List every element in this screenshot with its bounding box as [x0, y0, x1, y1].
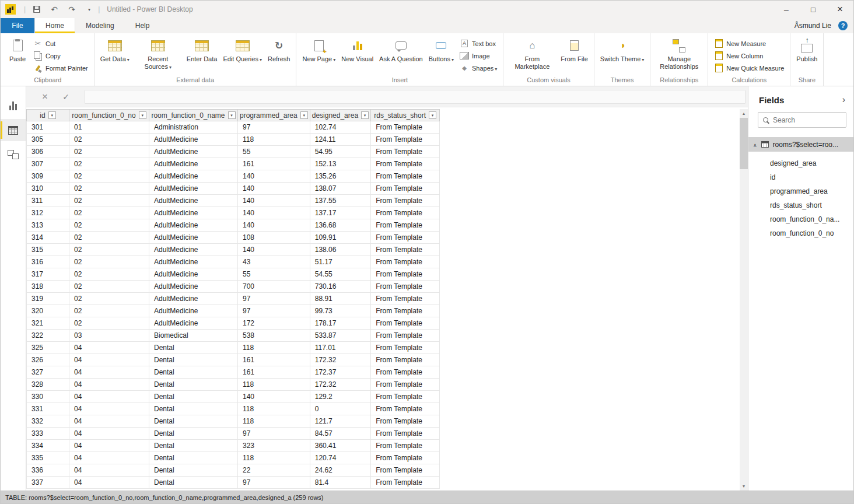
table-cell[interactable]: 118: [238, 415, 310, 428]
formula-cancel-icon[interactable]: [39, 91, 51, 103]
table-cell[interactable]: 172.32: [310, 379, 370, 391]
column-header-designed_area[interactable]: designed_area: [310, 110, 370, 121]
filter-dropdown-icon[interactable]: [139, 111, 146, 119]
table-cell[interactable]: From Template: [371, 183, 440, 195]
table-cell[interactable]: 135.26: [310, 170, 370, 183]
table-cell[interactable]: 337: [27, 477, 69, 489]
from-file-button[interactable]: From File: [558, 35, 590, 64]
new-quick-measure-button[interactable]: New Quick Measure: [711, 62, 787, 74]
table-cell[interactable]: 140: [238, 195, 310, 207]
table-cell[interactable]: From Template: [371, 121, 440, 134]
table-cell[interactable]: 333: [27, 428, 69, 440]
table-cell[interactable]: 124.11: [310, 134, 370, 146]
table-cell[interactable]: 140: [238, 207, 310, 219]
column-header-programmed_area[interactable]: programmed_area: [238, 110, 310, 121]
table-cell[interactable]: 04: [69, 428, 149, 440]
table-cell[interactable]: 314: [27, 232, 69, 244]
table-cell[interactable]: 305: [27, 134, 69, 146]
table-cell[interactable]: From Template: [371, 170, 440, 183]
table-cell[interactable]: 0: [310, 403, 370, 415]
table-cell[interactable]: 02: [69, 268, 149, 281]
table-cell[interactable]: 118: [238, 403, 310, 415]
column-header-room_function_0_name[interactable]: room_function_0_name: [149, 110, 238, 121]
tab-home[interactable]: Home: [34, 18, 75, 33]
table-cell[interactable]: 02: [69, 305, 149, 317]
minimize-button[interactable]: [773, 1, 800, 18]
table-cell[interactable]: 102.74: [310, 121, 370, 134]
table-cell[interactable]: AdultMedicine: [149, 244, 238, 256]
table-cell[interactable]: From Template: [371, 134, 440, 146]
formula-input[interactable]: [85, 90, 746, 104]
table-cell[interactable]: 129.2: [310, 391, 370, 403]
table-cell[interactable]: From Template: [371, 379, 440, 391]
table-cell[interactable]: AdultMedicine: [149, 305, 238, 317]
enter-data-button[interactable]: Enter Data: [184, 35, 220, 64]
table-cell[interactable]: 02: [69, 183, 149, 195]
table-cell[interactable]: 336: [27, 464, 69, 477]
table-cell[interactable]: 117.01: [310, 342, 370, 354]
field-item-programmed_area[interactable]: programmed_area: [748, 184, 853, 198]
table-cell[interactable]: 108: [238, 232, 310, 244]
table-cell[interactable]: Dental: [149, 366, 238, 379]
filter-dropdown-icon[interactable]: [361, 111, 369, 119]
table-cell[interactable]: 301: [27, 121, 69, 134]
table-cell[interactable]: From Template: [371, 440, 440, 452]
new-visual-button[interactable]: New Visual: [338, 35, 376, 64]
filter-dropdown-icon[interactable]: [429, 111, 436, 119]
table-cell[interactable]: Dental: [149, 428, 238, 440]
table-cell[interactable]: 02: [69, 207, 149, 219]
data-view-button[interactable]: [1, 119, 26, 141]
table-cell[interactable]: From Template: [371, 452, 440, 464]
table-cell[interactable]: From Template: [371, 293, 440, 305]
close-button[interactable]: [827, 1, 853, 18]
table-cell[interactable]: 161: [238, 354, 310, 366]
field-item-room_function_0_na[interactable]: room_function_0_na...: [748, 212, 853, 226]
scroll-up-icon[interactable]: [740, 109, 748, 118]
new-column-button[interactable]: New Column: [711, 50, 787, 62]
save-button[interactable]: [32, 4, 42, 15]
report-view-button[interactable]: [1, 94, 26, 117]
table-cell[interactable]: 118: [238, 379, 310, 391]
table-cell[interactable]: 138.07: [310, 183, 370, 195]
table-cell[interactable]: 730.16: [310, 281, 370, 293]
table-cell[interactable]: From Template: [371, 391, 440, 403]
table-cell[interactable]: 118: [238, 342, 310, 354]
table-cell[interactable]: AdultMedicine: [149, 232, 238, 244]
table-cell[interactable]: AdultMedicine: [149, 158, 238, 170]
table-cell[interactable]: 04: [69, 354, 149, 366]
table-cell[interactable]: 320: [27, 305, 69, 317]
tab-modeling[interactable]: Modeling: [75, 18, 125, 33]
table-cell[interactable]: 309: [27, 170, 69, 183]
table-cell[interactable]: From Template: [371, 477, 440, 489]
table-cell[interactable]: From Template: [371, 268, 440, 281]
new-page-button[interactable]: New Page: [299, 35, 338, 65]
format-painter-button[interactable]: Format Painter: [30, 62, 91, 74]
help-icon[interactable]: ?: [838, 21, 848, 30]
table-cell[interactable]: AdultMedicine: [149, 207, 238, 219]
table-cell[interactable]: 02: [69, 317, 149, 330]
copy-button[interactable]: Copy: [30, 50, 91, 62]
table-cell[interactable]: 02: [69, 146, 149, 158]
table-cell[interactable]: AdultMedicine: [149, 268, 238, 281]
table-cell[interactable]: 332: [27, 415, 69, 428]
table-cell[interactable]: 02: [69, 195, 149, 207]
table-cell[interactable]: 325: [27, 342, 69, 354]
table-cell[interactable]: 335: [27, 452, 69, 464]
model-view-button[interactable]: [1, 144, 26, 166]
switch-theme-button[interactable]: Switch Theme: [597, 35, 648, 65]
table-cell[interactable]: 02: [69, 158, 149, 170]
table-cell[interactable]: 01: [69, 121, 149, 134]
ask-a-question-button[interactable]: Ask A Question: [376, 35, 426, 64]
column-header-rds_status_short[interactable]: rds_status_short: [371, 110, 440, 121]
from-marketplace-button[interactable]: From Marketplace: [506, 35, 558, 72]
table-cell[interactable]: 24.62: [310, 464, 370, 477]
fields-search-input[interactable]: [773, 116, 842, 124]
table-cell[interactable]: Dental: [149, 440, 238, 452]
table-cell[interactable]: From Template: [371, 195, 440, 207]
table-cell[interactable]: Dental: [149, 403, 238, 415]
user-account-label[interactable]: Åsmund Lie: [794, 18, 831, 33]
table-cell[interactable]: From Template: [371, 428, 440, 440]
image-button[interactable]: Image: [457, 50, 500, 62]
table-cell[interactable]: From Template: [371, 330, 440, 342]
table-cell[interactable]: 04: [69, 391, 149, 403]
